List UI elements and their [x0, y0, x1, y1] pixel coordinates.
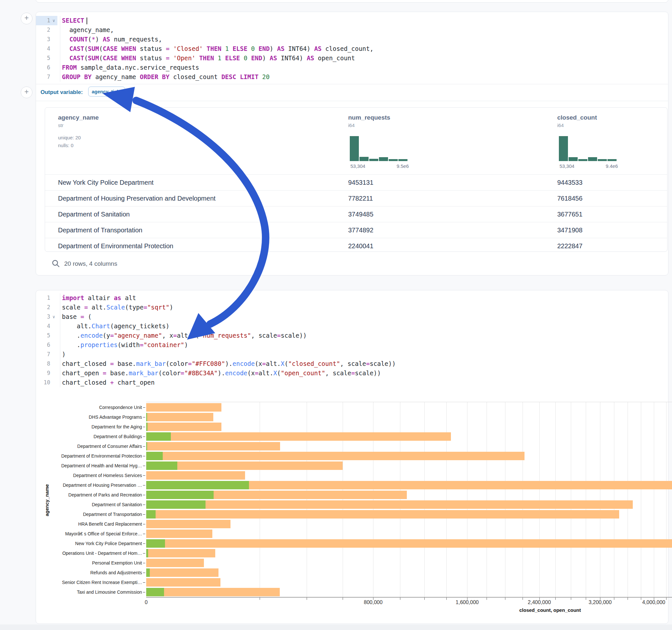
cell-num-requests: 3774892: [348, 222, 374, 238]
column-type: i64: [557, 122, 564, 128]
table-row: New York City Police Department945313194…: [45, 174, 667, 190]
line-number: 6: [36, 340, 50, 350]
table-row-count: 20 rows, 4 columns: [64, 260, 117, 267]
table-row: Department of Sanitation37494853677651: [45, 206, 667, 222]
python-cell: 1import altair as alt2scale = alt.Scale(…: [35, 290, 668, 624]
text-cursor: [87, 18, 87, 24]
cell-num-requests: 9453131: [348, 175, 374, 190]
code-line[interactable]: 1∨SELECT: [36, 16, 668, 25]
histogram-bar: [379, 157, 388, 161]
cell-agency-name: Department of Sanitation: [58, 207, 130, 222]
notebook-page: + + 1∨SELECT2 agency_name,3 COUNT(*) AS …: [0, 0, 672, 630]
cell-agency-name: Department of Housing Preservation and D…: [58, 191, 216, 206]
fold-caret-icon[interactable]: ∨: [50, 16, 57, 25]
cell-agency-name: Department of Environmental Protection: [58, 238, 173, 254]
code-line[interactable]: 3∨base = (: [36, 312, 668, 321]
add-cell-button-output[interactable]: +: [21, 87, 32, 98]
line-number: 3: [36, 312, 50, 321]
output-variable-label: Output variable:: [41, 89, 83, 96]
code-line[interactable]: 1import altair as alt: [36, 293, 668, 303]
line-number: 2: [36, 303, 50, 312]
line-number: 7: [36, 350, 50, 359]
histogram-min-label: 53,304: [351, 163, 365, 169]
cell-agency-name: Department of Transportation: [58, 222, 142, 238]
code-line[interactable]: 10chart_closed + chart_open: [36, 378, 668, 387]
code-line[interactable]: 6FROM sample_data.nyc.service_requests: [36, 63, 668, 72]
code-line[interactable]: 7GROUP BY agency_name ORDER BY closed_co…: [36, 72, 668, 82]
histogram-bar: [360, 157, 368, 161]
code-line[interactable]: 6 .properties(width="container"): [36, 340, 668, 350]
column-header-closed-count[interactable]: closed_count: [557, 114, 597, 121]
output-variable-pill[interactable]: agency_tickets: [88, 87, 125, 97]
page-bottom-gutter: [0, 625, 672, 630]
line-number: 4: [36, 44, 50, 53]
histogram-bar: [588, 157, 597, 161]
histogram-min-label: 53,304: [559, 163, 574, 169]
histogram-bar: [559, 136, 568, 161]
histogram-bar: [369, 159, 378, 161]
cell-num-requests: 7782211: [348, 191, 373, 206]
histogram-bar: [569, 157, 578, 161]
column-meta-nulls: nulls: 0: [58, 143, 74, 148]
column-type: str: [58, 122, 64, 128]
result-table: agency_name str unique: 20 nulls: 0 num_…: [45, 107, 668, 252]
code-line[interactable]: 3 COUNT(*) AS num_requests,: [36, 35, 668, 44]
histogram-bar: [389, 159, 398, 161]
code-line[interactable]: 4 alt.Chart(agency_tickets): [36, 321, 668, 331]
line-number: 5: [36, 53, 50, 63]
column-meta-unique: unique: 20: [58, 135, 81, 140]
histogram-max-label: 9.5e6: [383, 163, 409, 169]
table-row: Department of Environmental Protection22…: [45, 238, 667, 254]
histogram-bar: [598, 159, 607, 161]
line-number: 3: [36, 35, 50, 44]
code-line[interactable]: 5 .encode(y="agency_name", x=alt.X("num_…: [36, 331, 668, 340]
histogram-bar: [578, 159, 587, 161]
cell-closed-count: 9443533: [557, 175, 582, 190]
line-number: 9: [36, 368, 50, 378]
line-number: 2: [36, 25, 50, 35]
table-row: Department of Transportation377489234719…: [45, 222, 667, 238]
python-code-editor[interactable]: 1import altair as alt2scale = alt.Scale(…: [36, 293, 668, 387]
cell-closed-count: 7618456: [557, 191, 582, 206]
num-requests-histogram: [350, 136, 409, 161]
cell-num-requests: 2240041: [348, 238, 374, 254]
code-line[interactable]: 5 CAST(SUM(CASE WHEN status = 'Open' THE…: [36, 53, 668, 63]
divider: [36, 84, 668, 84]
line-number: 1: [36, 16, 50, 25]
table-row: Department of Housing Preservation and D…: [45, 190, 667, 206]
cell-agency-name: New York City Police Department: [58, 175, 154, 190]
line-number: 7: [36, 72, 50, 82]
line-number: 4: [36, 321, 50, 331]
code-line[interactable]: 4 CAST(SUM(CASE WHEN status = 'Closed' T…: [36, 44, 668, 53]
column-header-agency-name[interactable]: agency_name: [58, 114, 99, 121]
table-body: New York City Police Department945313194…: [45, 174, 667, 254]
line-number: 1: [36, 293, 50, 303]
column-header-num-requests[interactable]: num_requests: [348, 114, 390, 121]
add-cell-button-top[interactable]: +: [21, 13, 32, 24]
sql-code-editor[interactable]: 1∨SELECT2 agency_name,3 COUNT(*) AS num_…: [36, 16, 668, 82]
sql-cell: 1∨SELECT2 agency_name,3 COUNT(*) AS num_…: [35, 12, 668, 275]
closed-count-histogram: [559, 136, 618, 161]
cell-closed-count: 3471908: [557, 222, 582, 238]
histogram-bar: [350, 136, 359, 161]
fold-caret-icon[interactable]: ∨: [50, 312, 57, 321]
cell-closed-count: 2222847: [557, 238, 582, 254]
histogram-max-label: 9.4e6: [592, 163, 618, 169]
code-line[interactable]: 2 agency_name,: [36, 25, 668, 35]
column-type: i64: [348, 122, 355, 128]
code-line[interactable]: 9chart_open = base.mark_bar(color="#8BC3…: [36, 368, 668, 378]
code-line[interactable]: 2scale = alt.Scale(type="sqrt"): [36, 303, 668, 312]
line-number: 8: [36, 359, 50, 368]
histogram-bar: [399, 159, 407, 161]
previous-cell-edge: [35, 0, 668, 3]
line-number: 5: [36, 331, 50, 340]
cell-closed-count: 3677651: [557, 207, 582, 222]
divider: [36, 101, 668, 101]
search-icon[interactable]: [51, 259, 60, 268]
code-line[interactable]: 7): [36, 350, 668, 359]
line-number: 10: [36, 378, 50, 387]
histogram-bar: [607, 159, 617, 161]
cell-num-requests: 3749485: [348, 207, 374, 222]
code-line[interactable]: 8chart_closed = base.mark_bar(color="#FF…: [36, 359, 668, 368]
line-number: 6: [36, 63, 50, 72]
